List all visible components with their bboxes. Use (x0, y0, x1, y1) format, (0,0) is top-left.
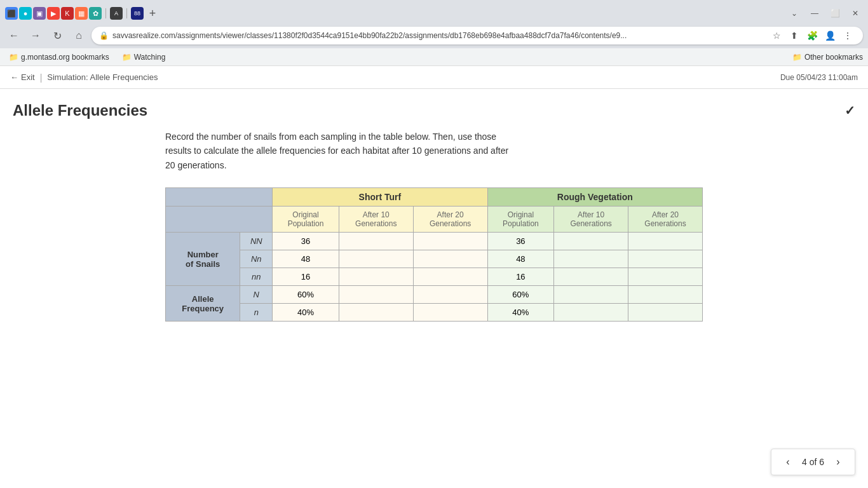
url-text: savvasrealize.com/assignments/viewer/cla… (112, 31, 765, 40)
bookmark-watching-label: Watching (134, 53, 166, 62)
tab-icon-9[interactable]: 88 (131, 7, 144, 20)
other-bookmarks[interactable]: 📁 Other bookmarks (792, 53, 863, 62)
N-label: N (240, 286, 273, 304)
Nn-orig-short: 48 (273, 250, 339, 268)
address-icons: ☆ ⬆ 🧩 👤 ⋮ (769, 28, 855, 43)
browser-chrome: ⬛ ● ▣ ▶ K ▦ ✿ A 88 + ⌄ — ⬜ ✕ ← → ↻ ⌂ 🔒 s… (0, 0, 868, 66)
tab-icon-2[interactable]: ● (19, 7, 32, 20)
extensions-icon[interactable]: 🧩 (804, 28, 820, 43)
next-page-button[interactable]: › (829, 453, 847, 471)
new-tab-button[interactable]: + (145, 6, 160, 21)
n-a20-rough[interactable] (628, 304, 703, 322)
bookmark-star-icon[interactable]: ☆ (769, 28, 784, 43)
close-button[interactable]: ✕ (848, 6, 863, 21)
nn-a20-short[interactable] (413, 233, 487, 250)
page-info: 4 of 6 (802, 457, 824, 467)
tab-search-button[interactable]: ⌄ (787, 6, 802, 21)
subheader-after10-short: After 10Generations (339, 207, 413, 233)
menu-icon[interactable]: ⋮ (840, 28, 855, 43)
Nn-a10-short[interactable] (339, 250, 413, 268)
subheader-after20-short: After 20Generations (413, 207, 487, 233)
n-orig-short: 40% (273, 304, 339, 322)
table-row-N-freq: AlleleFrequency N 60% 60% (166, 286, 703, 304)
corner-cell-2 (166, 207, 273, 233)
Nn-orig-rough: 48 (487, 250, 554, 268)
Nn-a10-rough[interactable] (554, 250, 628, 268)
N-a20-rough[interactable] (628, 286, 703, 304)
minimize-button[interactable]: — (807, 6, 822, 21)
url-input[interactable]: 🔒 savvasrealize.com/assignments/viewer/c… (92, 27, 863, 44)
n-label: n (240, 304, 273, 322)
tab-icon-6[interactable]: ▦ (75, 7, 88, 20)
data-table: Short Turf Rough Vegetation OriginalPopu… (165, 187, 703, 322)
bookmark-watching[interactable]: 📁 Watching (118, 51, 170, 63)
N-a10-short[interactable] (339, 286, 413, 304)
due-date: Due 05/04/23 11:00am (780, 73, 858, 82)
table-row-n-freq: n 40% 40% (166, 304, 703, 322)
N-a10-rough[interactable] (554, 286, 628, 304)
table-row-nn-lower: nn 16 16 (166, 268, 703, 286)
folder-icon: 📁 (9, 53, 18, 62)
other-bookmarks-label: Other bookmarks (804, 53, 863, 62)
refresh-button[interactable]: ↻ (48, 27, 66, 44)
bookmarks-bar: 📁 g.montasd.org bookmarks 📁 Watching 📁 O… (0, 48, 868, 66)
corner-cell-1 (166, 188, 273, 207)
address-bar: ← → ↻ ⌂ 🔒 savvasrealize.com/assignments/… (0, 23, 868, 48)
N-a20-short[interactable] (413, 286, 487, 304)
nn-lower-a10-rough[interactable] (554, 268, 628, 286)
subheader-after10-rough: After 10Generations (554, 207, 628, 233)
nn-a20-rough[interactable] (628, 233, 703, 250)
tab-icon-7[interactable]: ✿ (89, 7, 102, 20)
nn-lower-label: nn (240, 268, 273, 286)
nn-lower-a10-short[interactable] (339, 268, 413, 286)
back-button[interactable]: ← (5, 27, 23, 44)
nn-a10-rough[interactable] (554, 233, 628, 250)
exit-button[interactable]: ← Exit (10, 72, 35, 82)
pagination: ‹ 4 of 6 › (771, 449, 855, 475)
page-header: ← Exit | Simulation: Allele Frequencies … (0, 66, 868, 89)
tab-icon-5[interactable]: K (61, 7, 74, 20)
nn-label: NN (240, 233, 273, 250)
subheader-original-rough: OriginalPopulation (487, 207, 554, 233)
n-orig-rough: 40% (487, 304, 554, 322)
short-turf-header: Short Turf (273, 188, 487, 207)
allele-freq-label: AlleleFrequency (166, 286, 240, 322)
page-title-container: Allele Frequencies ✓ (13, 102, 855, 119)
bookmark-montasd[interactable]: 📁 g.montasd.org bookmarks (5, 51, 113, 63)
tab-bar: ⬛ ● ▣ ▶ K ▦ ✿ A 88 + ⌄ — ⬜ ✕ (0, 0, 868, 23)
Nn-a20-rough[interactable] (628, 250, 703, 268)
N-orig-short: 60% (273, 286, 339, 304)
lock-icon: 🔒 (99, 31, 109, 40)
profile-icon[interactable]: 👤 (822, 28, 837, 43)
table-container: Short Turf Rough Vegetation OriginalPopu… (165, 187, 703, 322)
home-button[interactable]: ⌂ (70, 27, 88, 44)
page-content: ← Exit | Simulation: Allele Frequencies … (0, 66, 868, 470)
Nn-a20-short[interactable] (413, 250, 487, 268)
rough-veg-header: Rough Vegetation (487, 188, 702, 207)
folder-icon-3: 📁 (792, 53, 802, 62)
n-a20-short[interactable] (413, 304, 487, 322)
tab-icon-8[interactable]: A (110, 7, 123, 20)
restore-button[interactable]: ⬜ (827, 6, 843, 21)
subheader-after20-rough: After 20Generations (628, 207, 703, 233)
breadcrumb-separator: | (40, 72, 43, 83)
n-a10-short[interactable] (339, 304, 413, 322)
nn-lower-a20-short[interactable] (413, 268, 487, 286)
table-row-nn: Numberof Snails NN 36 36 (166, 233, 703, 250)
nn-lower-a20-rough[interactable] (628, 268, 703, 286)
nn-lower-orig-short: 16 (273, 268, 339, 286)
tab-icon-3[interactable]: ▣ (33, 7, 46, 20)
share-icon[interactable]: ⬆ (787, 28, 802, 43)
check-icon: ✓ (844, 103, 855, 118)
forward-button[interactable]: → (27, 27, 44, 44)
nn-orig-short: 36 (273, 233, 339, 250)
folder-icon-2: 📁 (122, 53, 132, 62)
tab-icon-1[interactable]: ⬛ (5, 7, 18, 20)
n-a10-rough[interactable] (554, 304, 628, 322)
prev-page-button[interactable]: ‹ (779, 453, 797, 471)
table-row-Nn: Nn 48 48 (166, 250, 703, 268)
tab-controls: ⌄ — ⬜ ✕ (787, 6, 863, 21)
bookmark-montasd-label: g.montasd.org bookmarks (21, 53, 109, 62)
nn-a10-short[interactable] (339, 233, 413, 250)
tab-icon-4[interactable]: ▶ (47, 7, 60, 20)
